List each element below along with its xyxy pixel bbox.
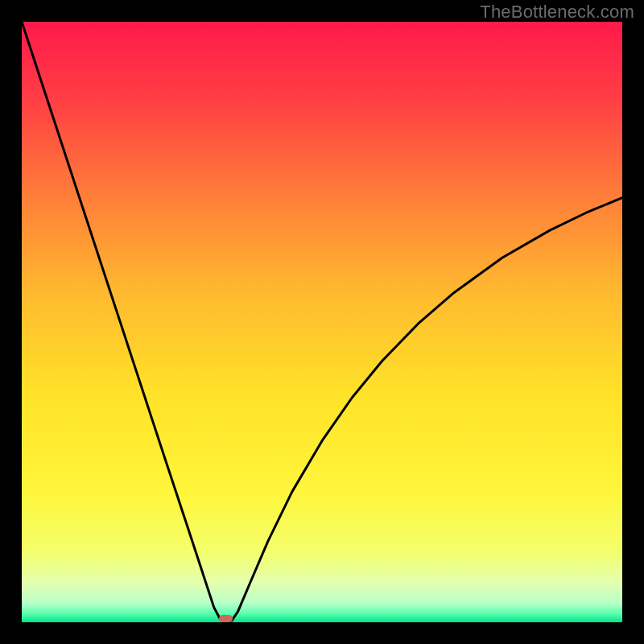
- gradient-background: [22, 22, 622, 622]
- minimum-marker: [219, 615, 232, 623]
- watermark-text: TheBottleneck.com: [480, 2, 634, 23]
- chart-frame: TheBottleneck.com: [0, 0, 644, 644]
- plot-area: [22, 22, 622, 622]
- chart-svg: [22, 22, 622, 622]
